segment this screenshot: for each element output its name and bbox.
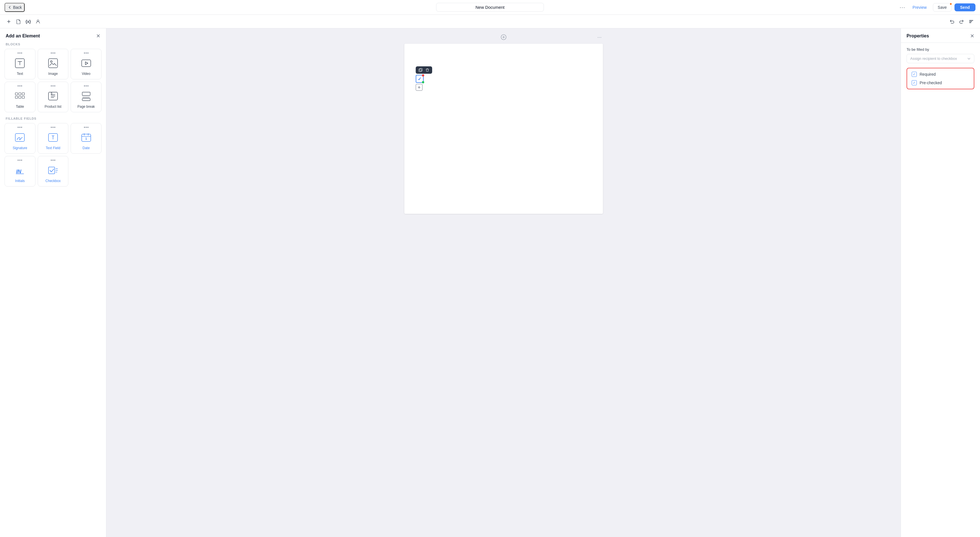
navbar-left: Back (5, 3, 25, 12)
history-button[interactable] (967, 17, 975, 26)
page-break-block-icon (80, 90, 92, 102)
svg-rect-11 (15, 96, 18, 99)
panel-title: Add an Element (6, 33, 40, 38)
text-field-icon (47, 131, 59, 144)
to-be-filled-label: To be filled by (907, 48, 974, 52)
element-card-text-field[interactable]: Text Field (38, 123, 68, 154)
properties-close-button[interactable]: ✕ (970, 33, 974, 39)
required-checkbox[interactable]: ✓ (912, 72, 917, 77)
chevron-left-icon (7, 5, 12, 10)
save-button[interactable]: Save (933, 3, 951, 12)
redo-icon (959, 19, 964, 24)
left-panel: Add an Element ✕ BLOCKS Text (0, 29, 107, 537)
add-element-button[interactable] (5, 17, 13, 26)
main-layout: Add an Element ✕ BLOCKS Text (0, 29, 980, 537)
date-field-icon: 1 (80, 131, 92, 144)
element-card-text[interactable]: Text (5, 49, 35, 79)
svg-rect-2 (969, 21, 972, 22)
svg-rect-17 (82, 99, 90, 101)
variable-icon: {x} (25, 19, 31, 24)
element-card-video[interactable]: Video (71, 49, 102, 79)
svg-text:$: $ (51, 92, 52, 95)
image-block-label: Image (48, 72, 57, 76)
required-check-icon: ✓ (913, 72, 916, 76)
video-block-icon (80, 57, 92, 70)
navbar-right: ⋯ Preview Save Send (898, 3, 975, 12)
pre-checked-check-icon: ✓ (913, 81, 916, 85)
checkbox-options-box: ✓ Required ✓ Pre-checked (907, 68, 974, 89)
delete-element-button[interactable] (425, 67, 430, 73)
element-card-initials[interactable]: IN Initials (5, 156, 35, 187)
assign-recipient-select[interactable]: Assign recipient to checkbox (907, 54, 974, 63)
check-mark-icon: ✓ (418, 76, 422, 82)
panel-header: Add an Element ✕ (0, 29, 106, 43)
page-break-block-label: Page break (77, 105, 95, 109)
product-list-block-label: Product list (45, 105, 61, 109)
initials-field-icon: IN (14, 164, 26, 176)
fillable-section-label: FILLABLE FIELDS (0, 117, 106, 123)
right-panel: Properties ✕ To be filled by Assign reci… (900, 29, 980, 537)
svg-rect-5 (48, 59, 57, 68)
svg-point-6 (51, 61, 52, 62)
element-card-date[interactable]: 1 Date (71, 123, 102, 154)
undo-icon (950, 19, 955, 24)
signature-field-icon (14, 131, 26, 144)
date-field-label: Date (83, 146, 90, 150)
assign-recipient-placeholder: Assign recipient to checkbox (910, 56, 957, 61)
element-card-image[interactable]: Image (38, 49, 68, 79)
video-block-label: Video (82, 72, 90, 76)
element-card-checkbox[interactable]: Checkbox (38, 156, 68, 187)
panel-close-button[interactable]: ✕ (96, 33, 100, 39)
element-card-signature[interactable]: Signature (5, 123, 35, 154)
document-title-input[interactable] (436, 3, 544, 12)
assigned-indicator (422, 81, 424, 83)
svg-rect-24 (48, 167, 55, 174)
svg-rect-8 (15, 93, 18, 95)
signature-field-label: Signature (13, 146, 27, 150)
svg-text:IN: IN (16, 169, 22, 174)
undo-button[interactable] (948, 17, 956, 26)
redo-button[interactable] (957, 17, 966, 26)
required-label: Required (920, 72, 936, 76)
canvas-more-button[interactable]: ··· (596, 33, 603, 41)
svg-rect-9 (19, 93, 21, 95)
text-block-label: Text (17, 72, 23, 76)
properties-title: Properties (907, 33, 929, 38)
blocks-grid: Text Image (0, 49, 106, 117)
canvas-checkbox-field[interactable]: ✓ (416, 75, 424, 83)
plus-circle-icon (501, 34, 507, 40)
save-label: Save (938, 5, 947, 10)
canvas-area: ··· (107, 29, 900, 537)
svg-rect-3 (969, 22, 971, 23)
checkbox-field-icon (47, 164, 59, 176)
preview-button[interactable]: Preview (909, 3, 930, 11)
canvas-add-section-button[interactable] (501, 34, 507, 40)
add-below-button[interactable] (416, 84, 423, 91)
element-card-product-list[interactable]: $ Product list (38, 82, 68, 112)
svg-point-0 (37, 20, 39, 22)
plus-icon (6, 19, 11, 24)
back-button[interactable]: Back (5, 3, 25, 12)
document-button[interactable] (14, 17, 23, 26)
pre-checked-option: ✓ Pre-checked (912, 80, 969, 85)
element-card-page-break[interactable]: Page break (71, 82, 102, 112)
svg-rect-1 (969, 20, 973, 21)
element-card-table[interactable]: Table (5, 82, 35, 112)
svg-rect-13 (22, 96, 24, 99)
duplicate-element-button[interactable] (418, 67, 423, 73)
fillable-grid: Signature Text Field (0, 123, 106, 191)
pre-checked-label: Pre-checked (920, 81, 942, 85)
user-button[interactable] (34, 17, 42, 26)
trash-icon (425, 68, 429, 72)
document-icon (16, 19, 21, 24)
required-indicator (422, 74, 424, 76)
text-field-label: Text Field (46, 146, 60, 150)
preview-label: Preview (913, 5, 927, 10)
pre-checked-checkbox[interactable]: ✓ (912, 80, 917, 85)
svg-rect-7 (82, 60, 91, 67)
variable-button[interactable]: {x} (24, 17, 33, 25)
send-button[interactable]: Send (955, 3, 975, 11)
more-options-button[interactable]: ⋯ (898, 3, 906, 12)
back-label: Back (13, 5, 22, 10)
table-block-icon (14, 90, 26, 102)
